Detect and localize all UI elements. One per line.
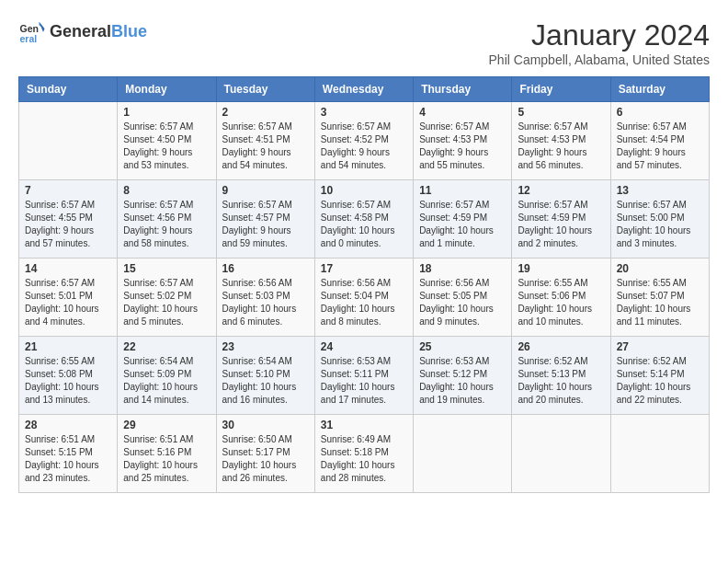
calendar-cell: 30Sunrise: 6:50 AMSunset: 5:17 PMDayligh… (216, 415, 314, 493)
calendar-cell: 15Sunrise: 6:57 AMSunset: 5:02 PMDayligh… (118, 259, 216, 337)
day-info: Sunrise: 6:53 AMSunset: 5:12 PMDaylight:… (419, 355, 506, 407)
calendar-cell: 7Sunrise: 6:57 AMSunset: 4:55 PMDaylight… (19, 180, 118, 259)
calendar-week-row: 1Sunrise: 6:57 AMSunset: 4:50 PMDaylight… (19, 102, 710, 180)
day-info: Sunrise: 6:52 AMSunset: 5:13 PMDaylight:… (518, 355, 604, 407)
day-info: Sunrise: 6:56 AMSunset: 5:03 PMDaylight:… (222, 277, 309, 328)
day-number: 16 (222, 262, 309, 275)
day-info: Sunrise: 6:56 AMSunset: 5:05 PMDaylight:… (419, 277, 506, 328)
title-area: January 2024 Phil Campbell, Alabama, Uni… (489, 18, 710, 67)
day-number: 21 (25, 340, 111, 353)
calendar-cell: 27Sunrise: 6:52 AMSunset: 5:14 PMDayligh… (610, 337, 709, 415)
day-info: Sunrise: 6:57 AMSunset: 4:59 PMDaylight:… (419, 199, 506, 250)
day-number: 13 (617, 184, 703, 197)
day-number: 17 (321, 262, 407, 275)
weekday-header: Monday (118, 77, 216, 102)
weekday-header: Tuesday (216, 77, 314, 102)
day-number: 31 (321, 419, 407, 431)
calendar-cell: 5Sunrise: 6:57 AMSunset: 4:53 PMDaylight… (512, 102, 610, 180)
day-number: 27 (617, 340, 703, 353)
day-info: Sunrise: 6:54 AMSunset: 5:09 PMDaylight:… (123, 355, 210, 407)
calendar-cell: 6Sunrise: 6:57 AMSunset: 4:54 PMDaylight… (610, 102, 709, 180)
day-info: Sunrise: 6:57 AMSunset: 4:59 PMDaylight:… (518, 199, 604, 250)
calendar-cell: 16Sunrise: 6:56 AMSunset: 5:03 PMDayligh… (216, 259, 314, 337)
calendar-cell: 8Sunrise: 6:57 AMSunset: 4:56 PMDaylight… (118, 180, 216, 259)
calendar-cell (19, 102, 118, 180)
day-info: Sunrise: 6:50 AMSunset: 5:17 PMDaylight:… (222, 433, 309, 485)
calendar-cell: 28Sunrise: 6:51 AMSunset: 5:15 PMDayligh… (19, 415, 118, 493)
calendar-cell: 22Sunrise: 6:54 AMSunset: 5:09 PMDayligh… (118, 337, 216, 415)
calendar-header-row: SundayMondayTuesdayWednesdayThursdayFrid… (19, 77, 710, 102)
calendar-cell: 3Sunrise: 6:57 AMSunset: 4:52 PMDaylight… (314, 102, 413, 180)
calendar-week-row: 21Sunrise: 6:55 AMSunset: 5:08 PMDayligh… (19, 337, 710, 415)
calendar-week-row: 14Sunrise: 6:57 AMSunset: 5:01 PMDayligh… (19, 259, 710, 337)
calendar-cell: 11Sunrise: 6:57 AMSunset: 4:59 PMDayligh… (414, 180, 512, 259)
day-info: Sunrise: 6:56 AMSunset: 5:04 PMDaylight:… (321, 277, 407, 328)
weekday-header: Saturday (610, 77, 709, 102)
day-number: 25 (419, 340, 506, 353)
calendar-cell: 23Sunrise: 6:54 AMSunset: 5:10 PMDayligh… (216, 337, 314, 415)
day-number: 8 (123, 184, 210, 197)
calendar-week-row: 7Sunrise: 6:57 AMSunset: 4:55 PMDaylight… (19, 180, 710, 259)
calendar-cell: 18Sunrise: 6:56 AMSunset: 5:05 PMDayligh… (414, 259, 512, 337)
day-info: Sunrise: 6:57 AMSunset: 4:58 PMDaylight:… (321, 199, 407, 250)
calendar-cell: 29Sunrise: 6:51 AMSunset: 5:16 PMDayligh… (118, 415, 216, 493)
day-number: 11 (419, 184, 506, 197)
day-number: 22 (123, 340, 210, 353)
day-number: 12 (518, 184, 604, 197)
day-number: 14 (25, 262, 111, 275)
day-number: 6 (617, 106, 703, 119)
day-info: Sunrise: 6:57 AMSunset: 5:02 PMDaylight:… (123, 277, 210, 328)
calendar-cell: 10Sunrise: 6:57 AMSunset: 4:58 PMDayligh… (314, 180, 413, 259)
calendar-cell: 20Sunrise: 6:55 AMSunset: 5:07 PMDayligh… (610, 259, 709, 337)
calendar-cell: 25Sunrise: 6:53 AMSunset: 5:12 PMDayligh… (414, 337, 512, 415)
calendar-cell: 24Sunrise: 6:53 AMSunset: 5:11 PMDayligh… (314, 337, 413, 415)
weekday-header: Sunday (19, 77, 118, 102)
day-number: 5 (518, 106, 604, 119)
day-info: Sunrise: 6:57 AMSunset: 4:55 PMDaylight:… (25, 199, 111, 250)
calendar-cell: 13Sunrise: 6:57 AMSunset: 5:00 PMDayligh… (610, 180, 709, 259)
day-info: Sunrise: 6:55 AMSunset: 5:08 PMDaylight:… (25, 355, 111, 407)
day-info: Sunrise: 6:49 AMSunset: 5:18 PMDaylight:… (321, 433, 407, 485)
day-info: Sunrise: 6:55 AMSunset: 5:07 PMDaylight:… (617, 277, 703, 328)
calendar-cell (512, 415, 610, 493)
day-info: Sunrise: 6:57 AMSunset: 5:00 PMDaylight:… (617, 199, 703, 250)
day-number: 26 (518, 340, 604, 353)
logo-text: GeneralBlue (50, 23, 147, 41)
calendar: SundayMondayTuesdayWednesdayThursdayFrid… (18, 76, 710, 493)
day-number: 2 (222, 106, 309, 119)
calendar-cell: 31Sunrise: 6:49 AMSunset: 5:18 PMDayligh… (314, 415, 413, 493)
day-info: Sunrise: 6:57 AMSunset: 5:01 PMDaylight:… (25, 277, 111, 328)
calendar-cell: 1Sunrise: 6:57 AMSunset: 4:50 PMDaylight… (118, 102, 216, 180)
page-header: Gen eral GeneralBlue January 2024 Phil C… (18, 18, 710, 67)
calendar-cell: 19Sunrise: 6:55 AMSunset: 5:06 PMDayligh… (512, 259, 610, 337)
day-info: Sunrise: 6:57 AMSunset: 4:54 PMDaylight:… (617, 121, 703, 172)
weekday-header: Wednesday (314, 77, 413, 102)
day-info: Sunrise: 6:57 AMSunset: 4:51 PMDaylight:… (222, 121, 309, 172)
calendar-cell: 2Sunrise: 6:57 AMSunset: 4:51 PMDaylight… (216, 102, 314, 180)
day-number: 10 (321, 184, 407, 197)
calendar-cell: 21Sunrise: 6:55 AMSunset: 5:08 PMDayligh… (19, 337, 118, 415)
calendar-week-row: 28Sunrise: 6:51 AMSunset: 5:15 PMDayligh… (19, 415, 710, 493)
day-info: Sunrise: 6:57 AMSunset: 4:53 PMDaylight:… (419, 121, 506, 172)
day-info: Sunrise: 6:51 AMSunset: 5:15 PMDaylight:… (25, 433, 111, 485)
day-number: 29 (123, 419, 210, 431)
logo: Gen eral GeneralBlue (18, 18, 147, 46)
calendar-cell: 9Sunrise: 6:57 AMSunset: 4:57 PMDaylight… (216, 180, 314, 259)
calendar-cell (610, 415, 709, 493)
day-number: 4 (419, 106, 506, 119)
day-number: 24 (321, 340, 407, 353)
calendar-cell: 4Sunrise: 6:57 AMSunset: 4:53 PMDaylight… (414, 102, 512, 180)
location: Phil Campbell, Alabama, United States (489, 52, 710, 67)
weekday-header: Thursday (414, 77, 512, 102)
day-number: 3 (321, 106, 407, 119)
day-number: 7 (25, 184, 111, 197)
calendar-cell (414, 415, 512, 493)
calendar-cell: 12Sunrise: 6:57 AMSunset: 4:59 PMDayligh… (512, 180, 610, 259)
calendar-cell: 14Sunrise: 6:57 AMSunset: 5:01 PMDayligh… (19, 259, 118, 337)
day-info: Sunrise: 6:51 AMSunset: 5:16 PMDaylight:… (123, 433, 210, 485)
day-info: Sunrise: 6:53 AMSunset: 5:11 PMDaylight:… (321, 355, 407, 407)
month-title: January 2024 (489, 18, 710, 52)
day-number: 30 (222, 419, 309, 431)
day-number: 20 (617, 262, 703, 275)
day-number: 18 (419, 262, 506, 275)
